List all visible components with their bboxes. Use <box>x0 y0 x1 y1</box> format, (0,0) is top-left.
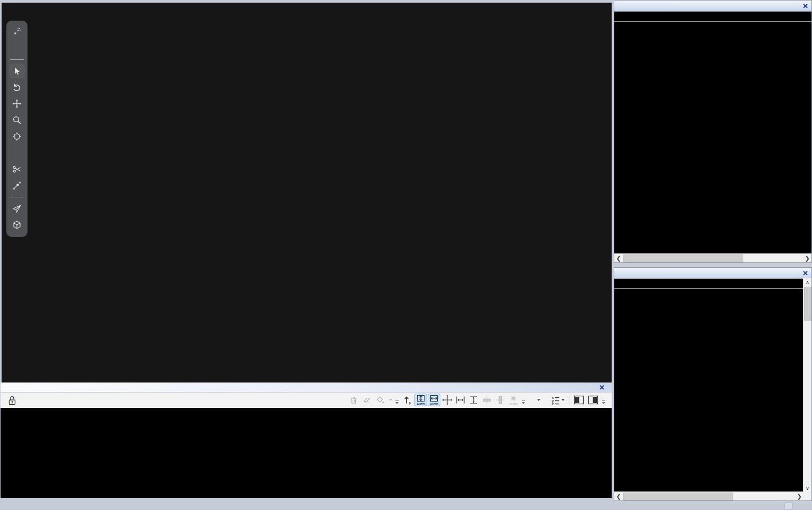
svg-text:AUTO: AUTO <box>430 403 438 406</box>
auto-fit-vertical-button[interactable]: AUTO <box>414 394 427 406</box>
unidentified-hscrollbar[interactable]: ❮ ❯ <box>614 491 804 500</box>
scroll-up-icon[interactable]: ∧ <box>804 278 811 286</box>
viewport-toolbar <box>6 21 27 237</box>
labeled-trajectories-panel: ✕ ❮ ❯ <box>614 0 812 263</box>
scale-y-button[interactable]: y <box>401 394 414 406</box>
resize-grip[interactable] <box>785 503 792 509</box>
svg-text:AUTO: AUTO <box>417 403 425 406</box>
cut-tool-button[interactable] <box>9 162 25 177</box>
add-point-tool-button[interactable] <box>9 178 25 193</box>
unidentified-trajectories-panel: ✕ ∧ ∨ ❮ ❯ <box>614 267 812 501</box>
toolbar-overflow-icon[interactable] <box>395 394 400 406</box>
2d-view-button[interactable] <box>9 41 25 56</box>
scroll-left-icon[interactable]: ❮ <box>614 492 623 500</box>
unidentified-table-header[interactable] <box>614 279 811 289</box>
editor-header: ✕ <box>1 382 612 393</box>
3d-viewport[interactable] <box>2 3 612 382</box>
zoom-tool-button[interactable] <box>9 113 25 128</box>
xyz-dropdown[interactable] <box>528 394 549 406</box>
fit-height-button[interactable] <box>467 394 480 406</box>
delete-button[interactable] <box>347 394 360 406</box>
trajectory-chart[interactable] <box>1 408 612 498</box>
toolbar-overflow-icon[interactable] <box>521 394 526 406</box>
layout-right-button[interactable] <box>586 394 600 406</box>
move-tool-button[interactable] <box>9 96 25 111</box>
id-tool-button[interactable] <box>9 145 25 160</box>
close-icon[interactable]: ✕ <box>802 269 808 277</box>
toolbar-divider <box>10 197 24 197</box>
trajectory-editor-panel: ✕ y AUTO AUTO AUTO <box>1 382 612 498</box>
bottom-strip <box>0 498 612 510</box>
close-icon[interactable]: ✕ <box>802 2 808 10</box>
fill-options-dropdown[interactable] <box>387 394 393 406</box>
unidentified-table-rows <box>614 289 811 493</box>
scroll-right-icon[interactable]: ❯ <box>795 492 804 500</box>
target-tool-button[interactable] <box>9 129 25 144</box>
auto-frame-button[interactable]: AUTO <box>507 394 520 406</box>
select-tool-button[interactable] <box>9 63 25 78</box>
fit-all-button[interactable] <box>441 394 454 406</box>
labeled-panel-header: ✕ <box>614 1 811 12</box>
hscroll-thumb[interactable] <box>623 254 743 262</box>
vscroll-thumb[interactable] <box>804 287 811 321</box>
toolbar-separator <box>569 395 569 405</box>
scroll-left-icon[interactable]: ❮ <box>614 254 623 262</box>
toolbar-overflow-icon[interactable] <box>602 394 606 406</box>
auto-fit-horizontal-button[interactable]: AUTO <box>428 394 440 406</box>
unidentified-panel-header: ✕ <box>614 268 811 279</box>
axis-order-dropdown[interactable]: xyz <box>549 394 566 406</box>
hscroll-thumb[interactable] <box>623 493 733 500</box>
scrollbar-corner <box>804 492 811 500</box>
unidentified-vscrollbar[interactable]: ∧ ∨ <box>803 278 811 492</box>
application-window: ✕ ❮ ❯ ✕ ∧ ∨ ❮ ❯ ✕ <box>0 0 812 510</box>
erase-range-button[interactable] <box>361 394 373 406</box>
center-vertical-button[interactable] <box>494 394 506 406</box>
fill-gaps-button[interactable] <box>374 394 386 406</box>
viewport-scene[interactable] <box>2 3 612 382</box>
labeled-table-rows <box>614 22 811 247</box>
scroll-down-icon[interactable]: ∨ <box>804 484 811 492</box>
undo-button[interactable] <box>9 80 25 95</box>
unlock-icon[interactable] <box>7 395 17 406</box>
scroll-right-icon[interactable]: ❯ <box>803 254 811 262</box>
close-icon[interactable]: ✕ <box>599 384 605 391</box>
3d-box-button[interactable] <box>9 217 25 232</box>
labeled-table-header[interactable] <box>614 12 811 22</box>
svg-text:AUTO: AUTO <box>509 403 518 406</box>
fly-mode-button[interactable] <box>9 201 25 216</box>
layout-left-button[interactable] <box>572 394 586 406</box>
fit-width-button[interactable] <box>454 394 467 406</box>
svg-text:y: y <box>409 400 412 405</box>
editor-toolbar: y AUTO AUTO AUTO xyz <box>1 393 612 408</box>
particle-track-tool-button[interactable] <box>9 24 25 39</box>
labeled-hscrollbar[interactable]: ❮ ❯ <box>614 253 811 262</box>
toolbar-divider <box>10 59 24 60</box>
center-horizontal-button[interactable] <box>481 394 493 406</box>
